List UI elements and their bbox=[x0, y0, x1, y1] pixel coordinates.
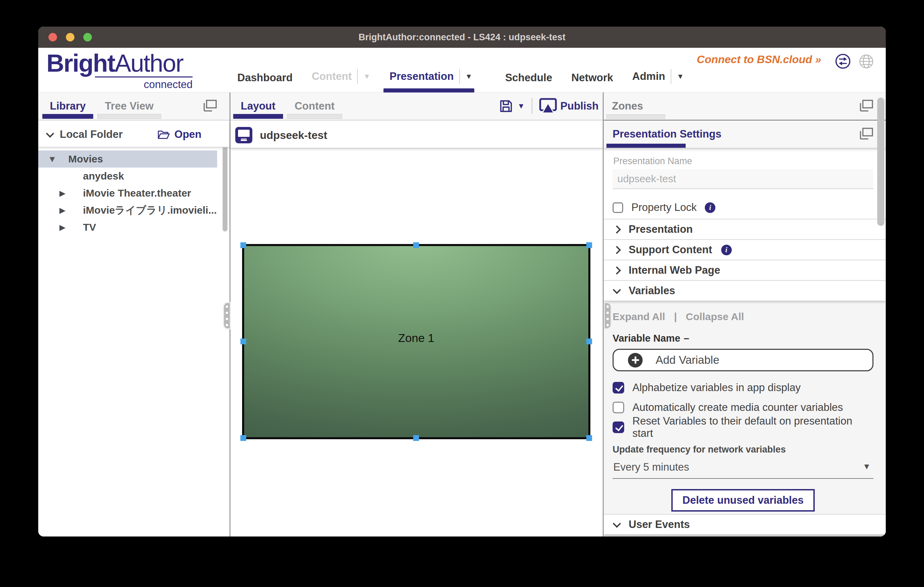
property-lock-label: Property Lock bbox=[631, 201, 696, 214]
media-counter-variables-row: Automatically create media counter varia… bbox=[612, 401, 873, 414]
tab-zones-label: Zones bbox=[612, 100, 643, 112]
open-folder-button[interactable]: Open bbox=[157, 128, 201, 141]
nav-network[interactable]: Network bbox=[571, 72, 613, 84]
resize-handle-top-center[interactable] bbox=[413, 242, 419, 248]
tab-tree-view[interactable]: Tree View bbox=[95, 92, 163, 120]
expand-all-link[interactable]: Expand All bbox=[612, 311, 665, 322]
publish-icon bbox=[539, 98, 557, 115]
chevron-down-icon[interactable]: ▼ bbox=[363, 72, 371, 81]
resize-handle-bottom-right[interactable] bbox=[586, 435, 592, 441]
nav-schedule[interactable]: Schedule bbox=[505, 72, 552, 84]
separator: | bbox=[674, 311, 677, 322]
logo-author: Author bbox=[115, 49, 183, 77]
active-tab-bar bbox=[233, 114, 283, 119]
minimize-window-button[interactable] bbox=[66, 33, 74, 42]
section-presentation[interactable]: Presentation bbox=[604, 219, 886, 239]
toolbar-divider bbox=[532, 98, 532, 114]
tab-library[interactable]: Library bbox=[40, 92, 95, 120]
tab-zones[interactable]: Zones bbox=[604, 92, 651, 120]
info-icon[interactable] bbox=[705, 202, 715, 213]
media-counter-variables-checkbox[interactable] bbox=[612, 402, 624, 413]
transfer-sync-icon[interactable] bbox=[835, 53, 851, 71]
section-label: Variables bbox=[629, 284, 675, 297]
plus-icon bbox=[628, 353, 643, 368]
open-folder-label: Open bbox=[175, 128, 201, 141]
section-internal-web-page[interactable]: Internal Web Page bbox=[604, 260, 886, 280]
tree-row-imovie-library[interactable]: ▶ iMovieライブラリ.imovieli... bbox=[38, 202, 229, 219]
tree-row-movies[interactable]: ▼ Movies bbox=[38, 151, 217, 168]
save-button[interactable]: ▼ bbox=[498, 98, 525, 114]
checkbox-label: Automatically create media counter varia… bbox=[632, 401, 843, 414]
caret-right-icon[interactable]: ▶ bbox=[59, 206, 66, 215]
connect-bsn-link[interactable]: Connect to BSN.cloud » bbox=[697, 53, 821, 66]
update-frequency-select[interactable]: Every 5 minutes ▼ bbox=[612, 460, 873, 479]
resize-handle-top-right[interactable] bbox=[586, 242, 592, 248]
resize-handle-bottom-center[interactable] bbox=[413, 435, 419, 441]
traffic-lights bbox=[48, 33, 92, 42]
zone-1[interactable]: Zone 1 bbox=[242, 244, 591, 439]
reset-variables-checkbox[interactable] bbox=[612, 421, 624, 433]
section-variables[interactable]: Variables bbox=[604, 280, 886, 301]
variables-section-body: Expand All | Collapse All Variable Name … bbox=[604, 301, 886, 514]
presentation-settings-header: Presentation Settings bbox=[604, 120, 886, 148]
maximize-window-button[interactable] bbox=[83, 33, 92, 42]
globe-language-icon[interactable] bbox=[859, 54, 874, 70]
app-window: BrightAuthor:connected - LS424 : udpseek… bbox=[38, 26, 886, 536]
chevron-down-icon[interactable]: ▼ bbox=[517, 102, 525, 110]
inactive-tab-bar bbox=[287, 114, 342, 119]
settings-panel-scrollbar[interactable] bbox=[877, 98, 884, 226]
nav-dashboard[interactable]: Dashboard bbox=[237, 72, 293, 84]
nav-presentation-label[interactable]: Presentation bbox=[389, 70, 454, 82]
undock-panel-icon[interactable] bbox=[858, 98, 874, 114]
alphabetize-variables-checkbox[interactable] bbox=[612, 382, 624, 393]
right-splitter-handle[interactable] bbox=[604, 302, 612, 329]
layout-canvas[interactable]: Zone 1 bbox=[231, 148, 603, 536]
caret-down-icon[interactable]: ▼ bbox=[48, 154, 57, 164]
undock-panel-icon[interactable] bbox=[202, 98, 218, 114]
tree-row-tv[interactable]: ▶ TV bbox=[38, 219, 229, 236]
tree-label: TV bbox=[83, 222, 96, 233]
section-support-content[interactable]: Support Content bbox=[604, 239, 886, 260]
resize-handle-bottom-left[interactable] bbox=[240, 435, 246, 441]
chevron-down-icon[interactable]: ▼ bbox=[677, 72, 684, 81]
resize-handle-mid-left[interactable] bbox=[240, 339, 246, 344]
resize-handle-mid-right[interactable] bbox=[586, 339, 592, 344]
tab-content[interactable]: Content bbox=[285, 92, 344, 120]
nav-content-label[interactable]: Content bbox=[312, 70, 352, 82]
info-icon[interactable] bbox=[721, 245, 732, 255]
caret-right-icon[interactable]: ▶ bbox=[59, 223, 66, 232]
publish-button[interactable]: Publish bbox=[539, 98, 599, 115]
alphabetize-variables-row: Alphabetize variables in app display bbox=[612, 381, 873, 395]
checkbox-label: Alphabetize variables in app display bbox=[632, 381, 801, 394]
nav-admin-label[interactable]: Admin bbox=[632, 70, 665, 82]
presentation-name-label: Presentation Name bbox=[613, 156, 873, 166]
presentation-title: udpseek-test bbox=[260, 129, 327, 141]
close-window-button[interactable] bbox=[48, 33, 57, 42]
zones-header-row: Zones bbox=[604, 92, 886, 120]
add-variable-button[interactable]: Add Variable bbox=[612, 349, 873, 371]
section-user-events[interactable]: User Events bbox=[604, 514, 886, 534]
tree-row-anydesk[interactable]: anydesk bbox=[38, 168, 229, 185]
settings-panel: Zones Presentation Settings Presentation… bbox=[604, 92, 886, 536]
presentation-name-input[interactable] bbox=[612, 169, 873, 189]
tree-row-imovie-theater[interactable]: ▶ iMovie Theater.theater bbox=[38, 185, 229, 202]
property-lock-checkbox[interactable] bbox=[612, 202, 623, 213]
chevron-down-icon[interactable]: ▼ bbox=[465, 72, 473, 81]
collapse-all-link[interactable]: Collapse All bbox=[686, 311, 744, 322]
caret-right-icon[interactable]: ▶ bbox=[59, 189, 66, 198]
resize-handle-top-left[interactable] bbox=[240, 242, 246, 248]
delete-unused-variables-button[interactable]: Delete unused variables bbox=[671, 489, 815, 511]
expand-collapse-row: Expand All | Collapse All bbox=[612, 311, 873, 322]
variable-name-header[interactable]: Variable Name – bbox=[612, 333, 873, 344]
sort-indicator: – bbox=[684, 333, 689, 344]
undock-panel-icon[interactable] bbox=[858, 126, 874, 142]
nav-presentation: Presentation ▼ bbox=[389, 69, 473, 84]
floppy-save-icon bbox=[498, 98, 514, 114]
inactive-tab-bar bbox=[97, 114, 161, 119]
add-variable-label: Add Variable bbox=[656, 354, 719, 367]
main-area: Library Tree View Local Folder Open ▼ Mo… bbox=[38, 92, 886, 536]
update-frequency-label: Update frequency for network variables bbox=[612, 444, 873, 455]
tab-layout[interactable]: Layout bbox=[231, 92, 285, 120]
left-splitter-handle[interactable] bbox=[223, 302, 231, 329]
chevron-down-icon[interactable] bbox=[46, 129, 54, 138]
